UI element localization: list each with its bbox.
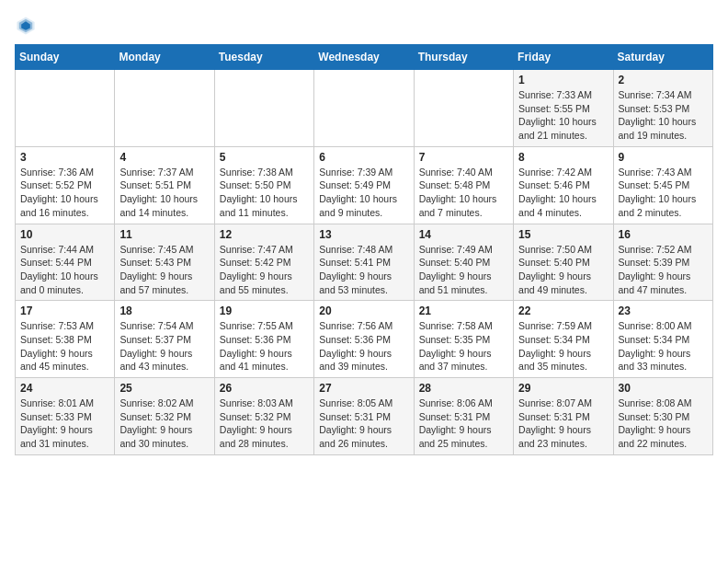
logo bbox=[15, 15, 40, 37]
day-number: 28 bbox=[419, 382, 508, 395]
logo-icon bbox=[15, 15, 37, 37]
day-number: 29 bbox=[518, 382, 608, 395]
day-number: 30 bbox=[619, 382, 708, 395]
day-cell: 13Sunrise: 7:48 AM Sunset: 5:41 PM Dayli… bbox=[314, 224, 414, 301]
day-cell bbox=[115, 70, 214, 147]
day-number: 26 bbox=[220, 382, 309, 395]
day-cell: 1Sunrise: 7:33 AM Sunset: 5:55 PM Daylig… bbox=[514, 70, 613, 147]
header bbox=[15, 15, 713, 37]
week-row-3: 10Sunrise: 7:44 AM Sunset: 5:44 PM Dayli… bbox=[16, 224, 713, 301]
day-cell bbox=[414, 70, 513, 147]
day-info: Sunrise: 7:56 AM Sunset: 5:36 PM Dayligh… bbox=[319, 319, 408, 373]
day-number: 19 bbox=[220, 304, 309, 317]
day-number: 2 bbox=[619, 74, 708, 86]
week-row-1: 1Sunrise: 7:33 AM Sunset: 5:55 PM Daylig… bbox=[16, 70, 713, 147]
day-info: Sunrise: 7:55 AM Sunset: 5:36 PM Dayligh… bbox=[220, 319, 309, 373]
day-cell: 25Sunrise: 8:02 AM Sunset: 5:32 PM Dayli… bbox=[115, 378, 214, 455]
day-cell: 20Sunrise: 7:56 AM Sunset: 5:36 PM Dayli… bbox=[314, 301, 414, 378]
day-info: Sunrise: 8:05 AM Sunset: 5:31 PM Dayligh… bbox=[319, 396, 408, 451]
day-cell: 27Sunrise: 8:05 AM Sunset: 5:31 PM Dayli… bbox=[314, 378, 414, 455]
day-cell: 11Sunrise: 7:45 AM Sunset: 5:43 PM Dayli… bbox=[115, 224, 214, 301]
day-cell bbox=[214, 70, 313, 147]
day-cell bbox=[314, 70, 414, 147]
day-info: Sunrise: 8:08 AM Sunset: 5:30 PM Dayligh… bbox=[619, 396, 708, 451]
day-info: Sunrise: 7:58 AM Sunset: 5:35 PM Dayligh… bbox=[419, 319, 508, 373]
day-number: 8 bbox=[518, 151, 608, 164]
week-row-5: 24Sunrise: 8:01 AM Sunset: 5:33 PM Dayli… bbox=[16, 378, 713, 455]
day-cell: 12Sunrise: 7:47 AM Sunset: 5:42 PM Dayli… bbox=[214, 224, 313, 301]
day-number: 17 bbox=[20, 304, 109, 317]
day-info: Sunrise: 7:36 AM Sunset: 5:52 PM Dayligh… bbox=[20, 166, 109, 220]
day-cell: 28Sunrise: 8:06 AM Sunset: 5:31 PM Dayli… bbox=[414, 378, 513, 455]
day-number: 4 bbox=[119, 151, 209, 164]
day-info: Sunrise: 7:59 AM Sunset: 5:34 PM Dayligh… bbox=[518, 319, 608, 373]
day-info: Sunrise: 7:53 AM Sunset: 5:38 PM Dayligh… bbox=[20, 319, 109, 373]
day-cell: 4Sunrise: 7:37 AM Sunset: 5:51 PM Daylig… bbox=[115, 146, 214, 224]
day-cell: 19Sunrise: 7:55 AM Sunset: 5:36 PM Dayli… bbox=[214, 301, 313, 378]
day-info: Sunrise: 7:43 AM Sunset: 5:45 PM Dayligh… bbox=[619, 166, 708, 220]
day-number: 11 bbox=[119, 228, 209, 241]
day-number: 10 bbox=[20, 228, 109, 241]
day-number: 5 bbox=[220, 151, 309, 164]
day-info: Sunrise: 7:49 AM Sunset: 5:40 PM Dayligh… bbox=[419, 243, 508, 297]
week-row-2: 3Sunrise: 7:36 AM Sunset: 5:52 PM Daylig… bbox=[16, 146, 713, 224]
day-number: 9 bbox=[619, 151, 708, 164]
day-number: 15 bbox=[518, 228, 608, 241]
day-number: 21 bbox=[419, 304, 508, 317]
day-number: 6 bbox=[319, 151, 408, 164]
day-header-thursday: Thursday bbox=[414, 45, 513, 70]
day-info: Sunrise: 8:06 AM Sunset: 5:31 PM Dayligh… bbox=[419, 396, 508, 451]
day-number: 22 bbox=[518, 304, 608, 317]
day-number: 14 bbox=[419, 228, 508, 241]
day-header-saturday: Saturday bbox=[613, 45, 712, 70]
calendar-table: SundayMondayTuesdayWednesdayThursdayFrid… bbox=[15, 44, 713, 455]
day-info: Sunrise: 7:47 AM Sunset: 5:42 PM Dayligh… bbox=[220, 243, 309, 297]
day-number: 25 bbox=[119, 382, 209, 395]
day-number: 27 bbox=[319, 382, 408, 395]
day-cell: 7Sunrise: 7:40 AM Sunset: 5:48 PM Daylig… bbox=[414, 146, 513, 224]
week-row-4: 17Sunrise: 7:53 AM Sunset: 5:38 PM Dayli… bbox=[16, 301, 713, 378]
day-header-wednesday: Wednesday bbox=[314, 45, 414, 70]
day-cell: 16Sunrise: 7:52 AM Sunset: 5:39 PM Dayli… bbox=[613, 224, 712, 301]
day-cell: 30Sunrise: 8:08 AM Sunset: 5:30 PM Dayli… bbox=[613, 378, 712, 455]
header-row: SundayMondayTuesdayWednesdayThursdayFrid… bbox=[16, 45, 713, 70]
day-info: Sunrise: 7:44 AM Sunset: 5:44 PM Dayligh… bbox=[20, 243, 109, 297]
day-cell: 24Sunrise: 8:01 AM Sunset: 5:33 PM Dayli… bbox=[16, 378, 115, 455]
day-number: 16 bbox=[619, 228, 708, 241]
day-info: Sunrise: 7:37 AM Sunset: 5:51 PM Dayligh… bbox=[119, 166, 209, 220]
day-header-friday: Friday bbox=[514, 45, 613, 70]
day-info: Sunrise: 7:38 AM Sunset: 5:50 PM Dayligh… bbox=[220, 166, 309, 220]
day-info: Sunrise: 7:54 AM Sunset: 5:37 PM Dayligh… bbox=[119, 319, 209, 373]
day-number: 12 bbox=[220, 228, 309, 241]
day-cell: 18Sunrise: 7:54 AM Sunset: 5:37 PM Dayli… bbox=[115, 301, 214, 378]
day-info: Sunrise: 8:00 AM Sunset: 5:34 PM Dayligh… bbox=[619, 319, 708, 373]
day-cell: 10Sunrise: 7:44 AM Sunset: 5:44 PM Dayli… bbox=[16, 224, 115, 301]
day-header-sunday: Sunday bbox=[16, 45, 115, 70]
day-cell: 17Sunrise: 7:53 AM Sunset: 5:38 PM Dayli… bbox=[16, 301, 115, 378]
day-info: Sunrise: 7:42 AM Sunset: 5:46 PM Dayligh… bbox=[518, 166, 608, 220]
day-info: Sunrise: 7:48 AM Sunset: 5:41 PM Dayligh… bbox=[319, 243, 408, 297]
day-cell: 14Sunrise: 7:49 AM Sunset: 5:40 PM Dayli… bbox=[414, 224, 513, 301]
day-cell: 29Sunrise: 8:07 AM Sunset: 5:31 PM Dayli… bbox=[514, 378, 613, 455]
day-cell: 9Sunrise: 7:43 AM Sunset: 5:45 PM Daylig… bbox=[613, 146, 712, 224]
day-number: 1 bbox=[518, 74, 608, 86]
day-info: Sunrise: 8:03 AM Sunset: 5:32 PM Dayligh… bbox=[220, 396, 309, 451]
day-info: Sunrise: 7:34 AM Sunset: 5:53 PM Dayligh… bbox=[619, 88, 708, 143]
day-cell: 5Sunrise: 7:38 AM Sunset: 5:50 PM Daylig… bbox=[214, 146, 313, 224]
day-info: Sunrise: 8:02 AM Sunset: 5:32 PM Dayligh… bbox=[119, 396, 209, 451]
day-cell: 23Sunrise: 8:00 AM Sunset: 5:34 PM Dayli… bbox=[613, 301, 712, 378]
day-cell: 2Sunrise: 7:34 AM Sunset: 5:53 PM Daylig… bbox=[613, 70, 712, 147]
day-info: Sunrise: 7:50 AM Sunset: 5:40 PM Dayligh… bbox=[518, 243, 608, 297]
day-number: 18 bbox=[119, 304, 209, 317]
day-info: Sunrise: 7:33 AM Sunset: 5:55 PM Dayligh… bbox=[518, 88, 608, 143]
day-cell: 21Sunrise: 7:58 AM Sunset: 5:35 PM Dayli… bbox=[414, 301, 513, 378]
day-info: Sunrise: 8:01 AM Sunset: 5:33 PM Dayligh… bbox=[20, 396, 109, 451]
day-cell: 15Sunrise: 7:50 AM Sunset: 5:40 PM Dayli… bbox=[514, 224, 613, 301]
day-info: Sunrise: 7:45 AM Sunset: 5:43 PM Dayligh… bbox=[119, 243, 209, 297]
day-number: 23 bbox=[619, 304, 708, 317]
day-cell: 6Sunrise: 7:39 AM Sunset: 5:49 PM Daylig… bbox=[314, 146, 414, 224]
day-number: 7 bbox=[419, 151, 508, 164]
day-number: 20 bbox=[319, 304, 408, 317]
day-info: Sunrise: 7:52 AM Sunset: 5:39 PM Dayligh… bbox=[619, 243, 708, 297]
day-cell bbox=[16, 70, 115, 147]
